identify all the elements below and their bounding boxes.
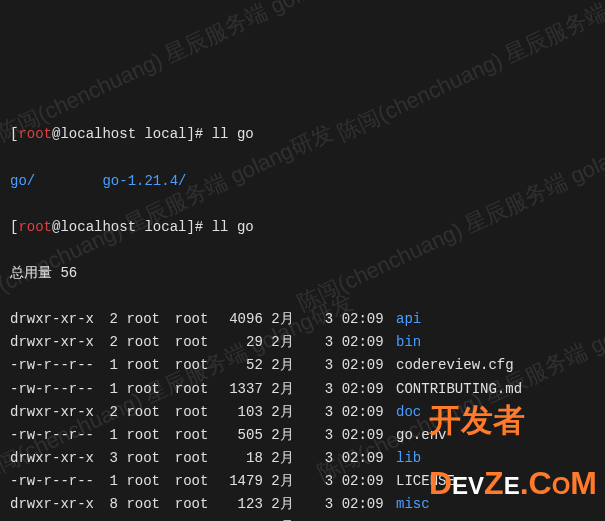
- list-item: drwxr-xr-x2 root root4096 2月3 02:09 api: [10, 308, 595, 331]
- group: root: [175, 354, 215, 377]
- owner: root: [126, 354, 166, 377]
- owner: root: [126, 516, 166, 521]
- group: root: [175, 447, 215, 470]
- owner: root: [126, 308, 166, 331]
- group: root: [175, 493, 215, 516]
- list-item: -rw-r--r--1 root root1337 2月3 02:09 CONT…: [10, 378, 595, 401]
- owner: root: [126, 378, 166, 401]
- day: 3: [321, 447, 333, 470]
- completion-b: go-1.21.4/: [102, 173, 186, 189]
- month: 2月: [271, 378, 301, 401]
- month: 2月: [271, 493, 301, 516]
- links: 2: [96, 308, 118, 331]
- group: root: [175, 331, 215, 354]
- file-name: bin: [396, 334, 421, 350]
- perms: drwxr-xr-x: [10, 308, 96, 331]
- day: 3: [321, 470, 333, 493]
- tab-completion: go/ go-1.21.4/: [10, 170, 595, 193]
- time: 02:09: [342, 308, 388, 331]
- list-item: -rw-r--r--1 root root1479 2月3 02:09 LICE…: [10, 470, 595, 493]
- group: root: [175, 424, 215, 447]
- day: 3: [321, 493, 333, 516]
- file-name: CONTRIBUTING.md: [396, 381, 522, 397]
- size: 505: [215, 424, 263, 447]
- list-item: drwxr-xr-x3 root root18 2月3 02:09 lib: [10, 447, 595, 470]
- owner: root: [126, 331, 166, 354]
- perms: -rw-r--r--: [10, 354, 96, 377]
- time: 02:09: [342, 493, 388, 516]
- list-item: -rw-r--r--1 root root505 2月3 02:09 go.en…: [10, 424, 595, 447]
- file-name: codereview.cfg: [396, 357, 514, 373]
- owner: root: [126, 470, 166, 493]
- links: 1: [96, 354, 118, 377]
- day: 3: [321, 331, 333, 354]
- command-2: ll go: [212, 219, 254, 235]
- perms: -rw-r--r--: [10, 378, 96, 401]
- owner: root: [126, 401, 166, 424]
- day: 3: [321, 308, 333, 331]
- time: 02:09: [342, 378, 388, 401]
- links: 2: [96, 331, 118, 354]
- perms: drwxr-xr-x: [10, 401, 96, 424]
- group: root: [175, 401, 215, 424]
- time: 02:09: [342, 401, 388, 424]
- size: 123: [215, 493, 263, 516]
- day: 3: [321, 354, 333, 377]
- ls-listing: drwxr-xr-x2 root root4096 2月3 02:09 apid…: [10, 308, 595, 521]
- perms: drwxr-xr-x: [10, 331, 96, 354]
- file-name: LICENSE: [396, 473, 455, 489]
- group: root: [175, 308, 215, 331]
- month: 2月: [271, 447, 301, 470]
- group: root: [175, 378, 215, 401]
- group: root: [175, 470, 215, 493]
- completion-a: go/: [10, 173, 35, 189]
- file-name: go.env: [396, 427, 446, 443]
- month: 2月: [271, 308, 301, 331]
- size: 1303: [215, 516, 263, 521]
- prompt-line-1[interactable]: [root@localhost local]# ll go: [10, 123, 595, 146]
- perms: drwxr-xr-x: [10, 493, 96, 516]
- month: 2月: [271, 424, 301, 447]
- prompt-line-2[interactable]: [root@localhost local]# ll go: [10, 216, 595, 239]
- owner: root: [126, 493, 166, 516]
- time: 02:09: [342, 447, 388, 470]
- time: 02:09: [342, 331, 388, 354]
- size: 1479: [215, 470, 263, 493]
- links: 8: [96, 493, 118, 516]
- month: 2月: [271, 516, 301, 521]
- links: 1: [96, 378, 118, 401]
- size: 4096: [215, 308, 263, 331]
- time: 02:09: [342, 354, 388, 377]
- file-name: lib: [396, 450, 421, 466]
- bracket-close: ]#: [186, 126, 203, 142]
- group: root: [175, 516, 215, 521]
- terminal-output: [root@localhost local]# ll go go/ go-1.2…: [10, 100, 595, 521]
- time: 02:09: [342, 424, 388, 447]
- day: 3: [321, 401, 333, 424]
- prompt-host: localhost: [60, 126, 136, 142]
- list-item: -rw-r--r--1 root root1303 2月3 02:09 PATE…: [10, 516, 595, 521]
- links: 1: [96, 516, 118, 521]
- file-name: misc: [396, 496, 430, 512]
- total-line: 总用量 56: [10, 262, 595, 285]
- perms: -rw-r--r--: [10, 470, 96, 493]
- day: 3: [321, 424, 333, 447]
- size: 52: [215, 354, 263, 377]
- perms: -rw-r--r--: [10, 424, 96, 447]
- list-item: -rw-r--r--1 root root52 2月3 02:09 codere…: [10, 354, 595, 377]
- perms: drwxr-xr-x: [10, 447, 96, 470]
- links: 1: [96, 424, 118, 447]
- list-item: drwxr-xr-x2 root root103 2月3 02:09 doc: [10, 401, 595, 424]
- owner: root: [126, 447, 166, 470]
- prompt-user: root: [18, 126, 52, 142]
- day: 3: [321, 516, 333, 521]
- list-item: drwxr-xr-x8 root root123 2月3 02:09 misc: [10, 493, 595, 516]
- prompt-path: local: [144, 126, 186, 142]
- month: 2月: [271, 354, 301, 377]
- month: 2月: [271, 401, 301, 424]
- file-name: api: [396, 311, 421, 327]
- month: 2月: [271, 331, 301, 354]
- size: 29: [215, 331, 263, 354]
- size: 1337: [215, 378, 263, 401]
- links: 2: [96, 401, 118, 424]
